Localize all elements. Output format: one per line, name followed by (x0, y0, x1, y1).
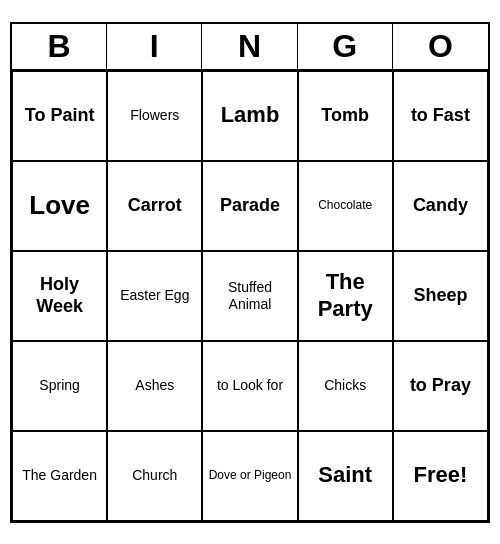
bingo-cell-17: to Look for (202, 341, 297, 431)
bingo-cell-3: Tomb (298, 71, 393, 161)
bingo-cell-13: The Party (298, 251, 393, 341)
bingo-cell-text-18: Chicks (324, 377, 366, 394)
bingo-cell-text-21: Church (132, 467, 177, 484)
bingo-cell-0: To Paint (12, 71, 107, 161)
bingo-cell-text-7: Parade (220, 195, 280, 217)
bingo-cell-1: Flowers (107, 71, 202, 161)
bingo-cell-12: Stuffed Animal (202, 251, 297, 341)
bingo-cell-text-5: Love (29, 190, 90, 221)
bingo-cell-6: Carrot (107, 161, 202, 251)
bingo-cell-text-3: Tomb (321, 105, 369, 127)
bingo-cell-text-13: The Party (303, 269, 388, 322)
header-letter-b: B (12, 24, 107, 69)
bingo-cell-11: Easter Egg (107, 251, 202, 341)
bingo-cell-text-9: Candy (413, 195, 468, 217)
bingo-cell-text-14: Sheep (413, 285, 467, 307)
bingo-cell-text-1: Flowers (130, 107, 179, 124)
bingo-cell-2: Lamb (202, 71, 297, 161)
header-letter-n: N (202, 24, 297, 69)
bingo-cell-9: Candy (393, 161, 488, 251)
bingo-card: BINGO To PaintFlowersLambTombto FastLove… (10, 22, 490, 523)
bingo-cell-text-4: to Fast (411, 105, 470, 127)
bingo-cell-text-20: The Garden (22, 467, 97, 484)
bingo-grid: To PaintFlowersLambTombto FastLoveCarrot… (12, 71, 488, 521)
bingo-cell-4: to Fast (393, 71, 488, 161)
bingo-cell-7: Parade (202, 161, 297, 251)
bingo-cell-text-12: Stuffed Animal (207, 279, 292, 313)
bingo-cell-text-8: Chocolate (318, 198, 372, 212)
bingo-cell-text-6: Carrot (128, 195, 182, 217)
bingo-cell-text-2: Lamb (221, 102, 280, 128)
bingo-cell-text-0: To Paint (25, 105, 95, 127)
bingo-cell-text-22: Dove or Pigeon (209, 468, 292, 482)
header-letter-i: I (107, 24, 202, 69)
header-letter-g: G (298, 24, 393, 69)
bingo-cell-text-17: to Look for (217, 377, 283, 394)
bingo-cell-22: Dove or Pigeon (202, 431, 297, 521)
bingo-cell-23: Saint (298, 431, 393, 521)
bingo-cell-text-10: Holy Week (17, 274, 102, 317)
bingo-cell-15: Spring (12, 341, 107, 431)
bingo-cell-24: Free! (393, 431, 488, 521)
bingo-cell-text-19: to Pray (410, 375, 471, 397)
bingo-cell-16: Ashes (107, 341, 202, 431)
bingo-cell-8: Chocolate (298, 161, 393, 251)
bingo-cell-text-11: Easter Egg (120, 287, 189, 304)
bingo-cell-5: Love (12, 161, 107, 251)
bingo-cell-text-16: Ashes (135, 377, 174, 394)
bingo-cell-14: Sheep (393, 251, 488, 341)
header-letter-o: O (393, 24, 488, 69)
bingo-cell-text-24: Free! (413, 462, 467, 488)
bingo-header: BINGO (12, 24, 488, 71)
bingo-cell-18: Chicks (298, 341, 393, 431)
bingo-cell-text-15: Spring (39, 377, 79, 394)
bingo-cell-10: Holy Week (12, 251, 107, 341)
bingo-cell-20: The Garden (12, 431, 107, 521)
bingo-cell-19: to Pray (393, 341, 488, 431)
bingo-cell-21: Church (107, 431, 202, 521)
bingo-cell-text-23: Saint (318, 462, 372, 488)
